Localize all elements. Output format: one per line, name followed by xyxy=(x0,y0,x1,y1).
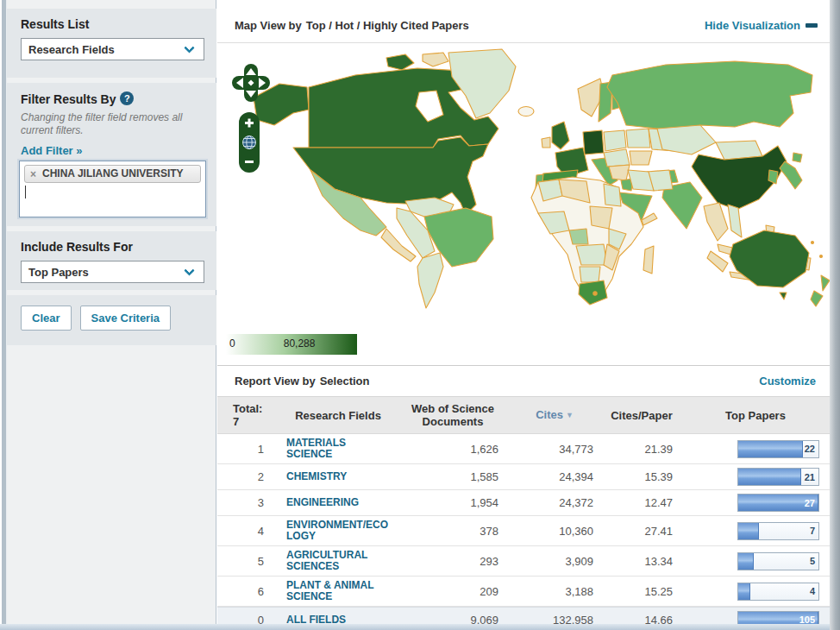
field-link[interactable]: ENVIRONMENT/ECOLOGY xyxy=(278,516,398,545)
country-kazakhstan[interactable] xyxy=(657,125,716,154)
sort-desc-icon: ▼ xyxy=(566,409,574,422)
pacific-island xyxy=(820,255,823,258)
top-papers-cell: 27 xyxy=(681,494,830,512)
country-lesotho[interactable] xyxy=(593,292,597,295)
vertical-scrollbar[interactable] xyxy=(830,0,840,630)
report-table-body: 1 MATERIALS SCIENCE 1,626 34,773 21.39 2… xyxy=(217,434,830,630)
row-documents: 1,585 xyxy=(398,470,507,483)
row-documents: 378 xyxy=(398,525,507,538)
country-uk[interactable] xyxy=(552,122,569,149)
country-arctic-island[interactable] xyxy=(386,54,414,70)
field-link[interactable]: PLANT & ANIMAL SCIENCE xyxy=(278,576,398,606)
country-ireland[interactable] xyxy=(542,137,550,148)
include-results-section: Include Results For Top Papers xyxy=(7,231,216,290)
map-area: 0 80,288 xyxy=(217,44,830,365)
country-central-europe[interactable] xyxy=(604,149,630,167)
country-poland[interactable] xyxy=(604,130,626,151)
actions-section: Clear Save Criteria xyxy=(7,295,216,345)
country-sudan-chad[interactable] xyxy=(590,206,612,229)
field-link[interactable]: CHEMISTRY xyxy=(278,468,398,486)
country-germany[interactable] xyxy=(583,130,604,154)
row-cites-per-paper: 13.34 xyxy=(602,555,681,568)
legend-min: 0 xyxy=(229,337,235,350)
country-myanmar-thailand[interactable] xyxy=(704,203,728,241)
country-west-africa[interactable] xyxy=(538,211,569,234)
field-link[interactable]: AGRICULTURAL SCIENCES xyxy=(278,546,398,576)
top-papers-value: 27 xyxy=(805,498,815,508)
customize-link[interactable]: Customize xyxy=(759,375,830,387)
include-results-dropdown[interactable]: Top Papers xyxy=(21,261,204,283)
filter-section: Filter Results By? Changing the filter f… xyxy=(7,83,216,226)
remove-tag-icon[interactable]: × xyxy=(30,168,36,180)
country-madagascar[interactable] xyxy=(643,246,654,274)
field-link[interactable]: ENGINEERING xyxy=(278,494,398,512)
top-papers-bar-fill xyxy=(738,583,750,600)
top-papers-bar: 27 xyxy=(737,494,819,512)
report-view-header: Report View bySelection Customize xyxy=(217,365,830,396)
country-vietnam[interactable] xyxy=(728,205,742,237)
filter-input[interactable] xyxy=(20,183,205,200)
row-documents: 293 xyxy=(398,555,507,568)
top-papers-bar: 4 xyxy=(737,583,819,601)
row-documents: 1,954 xyxy=(398,496,507,509)
column-cites-per-paper: Cites/Paper xyxy=(602,406,681,425)
map-zoom-control[interactable] xyxy=(238,111,260,173)
country-tasmania[interactable] xyxy=(780,293,787,299)
column-total: Total: 7 xyxy=(217,399,278,432)
country-japan[interactable] xyxy=(780,161,802,189)
clear-button[interactable]: Clear xyxy=(21,306,72,331)
column-cites-sort[interactable]: Cites▼ xyxy=(507,405,602,425)
top-papers-bar-fill xyxy=(738,469,801,485)
row-cites: 24,394 xyxy=(507,470,602,483)
row-rank: 3 xyxy=(217,496,278,509)
filter-box[interactable]: × CHINA JILIANG UNIVERSITY xyxy=(19,161,206,217)
row-cites-per-paper: 12.47 xyxy=(602,496,681,509)
report-table-head: Total: 7 Research Fields Web of Science … xyxy=(217,396,830,434)
help-icon[interactable]: ? xyxy=(120,91,134,105)
country-sumatra[interactable] xyxy=(707,251,728,272)
country-romania[interactable] xyxy=(630,151,652,165)
country-new-zealand[interactable] xyxy=(811,291,823,306)
country-usa[interactable] xyxy=(293,137,488,215)
country-new-zealand[interactable] xyxy=(821,275,830,291)
top-papers-value: 5 xyxy=(810,556,815,566)
country-argentina-chile[interactable] xyxy=(417,253,443,308)
table-row: 1 MATERIALS SCIENCE 1,626 34,773 21.39 2… xyxy=(217,434,830,464)
top-papers-cell: 21 xyxy=(681,468,830,486)
filter-note: Changing the filter field removes all cu… xyxy=(7,106,216,137)
include-results-dropdown-value: Top Papers xyxy=(22,266,185,279)
country-russia[interactable] xyxy=(607,61,812,132)
map-legend: 0 80,288 xyxy=(226,334,357,355)
top-papers-value: 21 xyxy=(805,472,815,482)
legend-max: 80,288 xyxy=(284,337,316,350)
zoom-out-icon[interactable] xyxy=(245,161,254,163)
row-rank: 4 xyxy=(217,525,278,538)
filter-label: Filter Results By? xyxy=(7,83,216,106)
country-angola[interactable] xyxy=(580,267,600,282)
country-egypt[interactable] xyxy=(604,184,621,206)
chevron-down-icon xyxy=(184,265,195,276)
minus-icon xyxy=(806,23,818,28)
report-table: Total: 7 Research Fields Web of Science … xyxy=(217,396,830,630)
add-filter-link[interactable]: Add Filter » xyxy=(7,137,216,157)
country-japan-hokkaido[interactable] xyxy=(793,153,802,162)
country-iceland[interactable] xyxy=(518,107,534,117)
map-pan-control[interactable] xyxy=(231,63,271,103)
hide-visualization-link[interactable]: Hide Visualization xyxy=(705,19,830,32)
field-link[interactable]: MATERIALS SCIENCE xyxy=(278,434,398,463)
country-baltics[interactable] xyxy=(626,129,650,148)
map-view-header: Map View byTop / Hot / Highly Cited Pape… xyxy=(217,9,830,43)
include-results-label: Include Results For xyxy=(7,231,216,254)
top-papers-cell: 22 xyxy=(681,440,830,458)
world-map[interactable] xyxy=(217,44,830,329)
country-arctic-island[interactable] xyxy=(423,53,448,66)
column-research-fields: Research Fields xyxy=(278,406,398,425)
country-drc[interactable] xyxy=(576,244,607,265)
country-balkans[interactable] xyxy=(609,165,630,180)
country-nigeria[interactable] xyxy=(569,229,588,244)
row-cites: 10,360 xyxy=(507,525,602,538)
row-rank: 2 xyxy=(217,470,278,483)
results-list-dropdown[interactable]: Research Fields xyxy=(21,38,204,60)
row-rank: 1 xyxy=(217,443,278,456)
save-criteria-button[interactable]: Save Criteria xyxy=(80,306,172,331)
